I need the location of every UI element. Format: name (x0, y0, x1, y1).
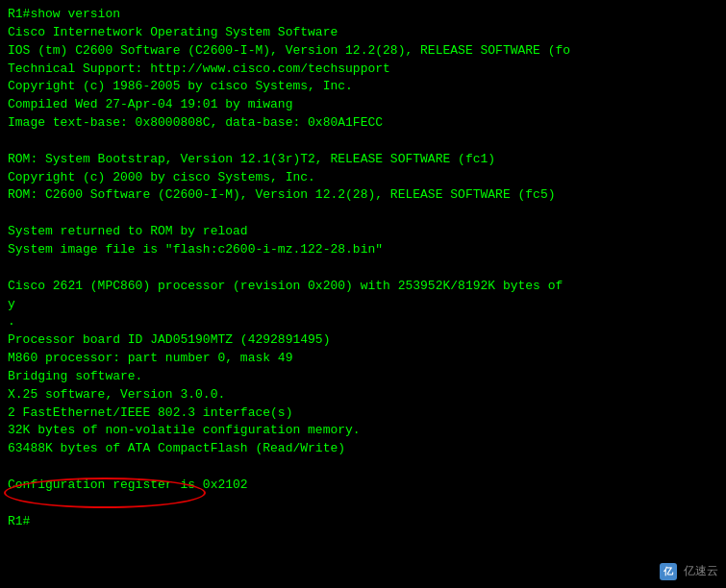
terminal-line (8, 495, 718, 513)
terminal-line: Technical Support: http://www.cisco.com/… (8, 61, 718, 79)
watermark-label: 亿速云 (684, 564, 718, 577)
terminal-line: 32K bytes of non-volatile configuration … (8, 422, 718, 440)
terminal-line: Processor board ID JAD05190MTZ (42928914… (8, 331, 718, 350)
terminal-line (8, 133, 718, 151)
terminal-line (8, 458, 718, 477)
terminal-line: R1#show version (8, 6, 718, 24)
terminal-line: Cisco Internetwork Operating System Soft… (8, 24, 718, 42)
terminal-line: Compiled Wed 27-Apr-04 19:01 by miwang (8, 96, 718, 114)
terminal-line (8, 259, 718, 278)
terminal-output: R1#show versionCisco Internetwork Operat… (8, 6, 718, 530)
terminal-line: Bridging software. (8, 368, 718, 386)
terminal-line (8, 205, 718, 223)
terminal-line: . (8, 313, 718, 331)
terminal-window: R1#show versionCisco Internetwork Operat… (0, 0, 726, 588)
terminal-line: System returned to ROM by reload (8, 223, 718, 241)
terminal-line: R1# (8, 513, 718, 531)
terminal-line: M860 processor: part number 0, mask 49 (8, 350, 718, 368)
terminal-line: IOS (tm) C2600 Software (C2600-I-M), Ver… (8, 42, 718, 61)
terminal-line: Copyright (c) 2000 by cisco Systems, Inc… (8, 169, 718, 187)
terminal-line: 63488K bytes of ATA CompactFlash (Read/W… (8, 440, 718, 458)
terminal-line: Configuration register is 0x2102 (8, 477, 718, 495)
watermark: 亿 亿速云 (660, 563, 718, 580)
terminal-line: System image file is "flash:c2600-i-mz.1… (8, 241, 718, 259)
watermark-icon: 亿 (660, 563, 677, 580)
terminal-line: Cisco 2621 (MPC860) processor (revision … (8, 278, 718, 296)
terminal-line: X.25 software, Version 3.0.0. (8, 386, 718, 404)
terminal-line: y (8, 296, 718, 314)
terminal-line: ROM: System Bootstrap, Version 12.1(3r)T… (8, 151, 718, 169)
terminal-line: Image text-base: 0x8000808C, data-base: … (8, 114, 718, 133)
terminal-line: 2 FastEthernet/IEEE 802.3 interface(s) (8, 404, 718, 423)
terminal-line: ROM: C2600 Software (C2600-I-M), Version… (8, 186, 718, 205)
terminal-line: Copyright (c) 1986-2005 by cisco Systems… (8, 78, 718, 96)
